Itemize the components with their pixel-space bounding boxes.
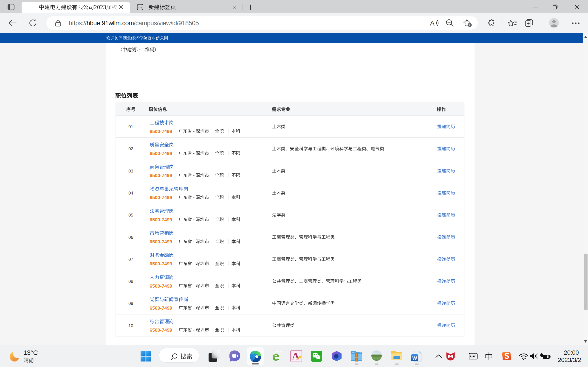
svg-text:A: A xyxy=(430,19,435,27)
svg-text:ZIP: ZIP xyxy=(359,352,361,353)
svg-text:A: A xyxy=(292,350,299,362)
svg-text:HAO: HAO xyxy=(352,352,355,353)
svg-text:W: W xyxy=(412,355,417,361)
